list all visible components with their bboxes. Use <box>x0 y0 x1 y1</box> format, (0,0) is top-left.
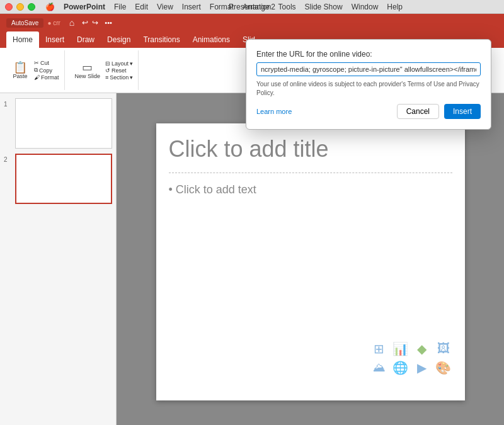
slide-preview-2[interactable] <box>15 154 112 204</box>
slide-area: Click to add title • Click to add text ⊞… <box>117 93 504 425</box>
chart-icon[interactable]: 📊 <box>392 341 410 356</box>
menu-help[interactable]: Help <box>387 3 403 11</box>
window-title: Presentation2 <box>229 3 275 11</box>
titlebar: 🍎 PowerPoint File Edit View Insert Forma… <box>0 0 504 14</box>
paste-icon: 📋 <box>13 62 27 73</box>
menu-slideshow[interactable]: Slide Show <box>305 3 343 11</box>
online-video-icon[interactable]: 🌐 <box>392 360 410 375</box>
menu-apple[interactable]: 🍎 <box>45 3 55 11</box>
clip-art-icon[interactable]: 🎨 <box>435 360 452 375</box>
picture-icon[interactable]: 🖼 <box>435 341 452 356</box>
slide-title-area[interactable]: Click to add title <box>169 136 452 173</box>
reset-button[interactable]: ↺ Reset <box>105 67 133 74</box>
slide-icons-area: ⊞ 📊 ◆ 🖼 ⛰ 🌐 ▶ 🎨 <box>370 341 452 375</box>
tab-design[interactable]: Design <box>101 31 137 48</box>
menu-tools[interactable]: Tools <box>278 3 296 11</box>
cut-button[interactable]: ✂ Cut <box>34 60 59 66</box>
tab-transitions[interactable]: Transitions <box>137 31 186 48</box>
reset-icon: ↺ <box>105 67 110 74</box>
dialog-label: Enter the URL for the online video: <box>256 50 481 59</box>
close-button[interactable] <box>5 3 13 11</box>
layout-icon: ⊟ <box>105 60 110 67</box>
cancel-button[interactable]: Cancel <box>397 104 439 119</box>
online-picture-icon[interactable]: ⛰ <box>370 360 388 375</box>
smartart-icon[interactable]: ◆ <box>413 341 431 356</box>
tab-home[interactable]: Home <box>6 31 39 48</box>
menu-view[interactable]: View <box>157 3 173 11</box>
paste-button[interactable]: 📋 Paste <box>9 60 32 81</box>
window-controls[interactable] <box>5 3 35 11</box>
menu-powerpoint[interactable]: PowerPoint <box>64 3 105 11</box>
new-slide-icon: ▭ <box>82 62 93 73</box>
layout-button[interactable]: ⊟ Layout ▾ <box>105 60 133 67</box>
section-icon: ≡ <box>105 74 108 81</box>
dialog-buttons: Cancel Insert <box>397 104 481 119</box>
undo-icon[interactable]: ↩ <box>82 18 88 27</box>
slides-small: ⊟ Layout ▾ ↺ Reset ≡ Section ▾ <box>105 60 133 81</box>
slide-body-area[interactable]: • Click to add text <box>169 183 452 196</box>
slide-panel: 1 2 <box>0 93 117 425</box>
learn-more-link[interactable]: Learn more <box>256 108 292 115</box>
main-layout: 1 2 Click to add title • Click to add te… <box>0 93 504 425</box>
autosave-bar: AutoSave ● crr ⌂ ↩ ↪ ••• <box>0 14 504 31</box>
menu-window[interactable]: Window <box>352 3 379 11</box>
more-options-icon[interactable]: ••• <box>105 19 112 26</box>
dialog-footer: Learn more Cancel Insert <box>256 104 481 119</box>
home-icon[interactable]: ⌂ <box>69 18 74 28</box>
menu-edit[interactable]: Edit <box>135 3 148 11</box>
slides-group: ▭ New Slide ⊟ Layout ▾ ↺ Reset ≡ Section… <box>67 50 139 90</box>
table-icon[interactable]: ⊞ <box>370 341 388 356</box>
slide-number-2: 2 <box>4 156 11 163</box>
slide-title-placeholder: Click to add title <box>169 136 329 162</box>
clipboard-small: ✂ Cut ⧉ Copy 🖌 Format <box>34 60 59 81</box>
slide-thumb-1: 1 <box>4 98 112 149</box>
insert-video-dialog: Enter the URL for the online video: Your… <box>246 39 491 130</box>
insert-button[interactable]: Insert <box>444 104 481 119</box>
menu-file[interactable]: File <box>114 3 126 11</box>
slide-body-placeholder: • Click to add text <box>169 183 256 196</box>
menu-insert[interactable]: Insert <box>182 3 201 11</box>
minimize-button[interactable] <box>16 3 24 11</box>
new-slide-label: New Slide <box>75 73 101 79</box>
copy-button[interactable]: ⧉ Copy <box>34 67 59 74</box>
format-button[interactable]: 🖌 Format <box>34 74 59 81</box>
format-painter-icon: 🖌 <box>34 74 40 81</box>
slide-canvas[interactable]: Click to add title • Click to add text ⊞… <box>156 123 465 400</box>
redo-icon[interactable]: ↪ <box>92 18 98 27</box>
dialog-notice: Your use of online videos is subject to … <box>256 80 481 98</box>
section-button[interactable]: ≡ Section ▾ <box>105 74 133 81</box>
autosave-button[interactable]: AutoSave <box>6 18 43 28</box>
video-url-input[interactable] <box>256 62 481 76</box>
new-slide-button[interactable]: ▭ New Slide <box>72 60 103 81</box>
menu-bar: 🍎 PowerPoint File Edit View Insert Forma… <box>45 3 403 11</box>
slide-preview-1[interactable] <box>15 98 112 149</box>
tab-animations[interactable]: Animations <box>186 31 236 48</box>
clipboard-group: 📋 Paste ✂ Cut ⧉ Copy 🖌 Format <box>4 50 65 90</box>
slide-number-1: 1 <box>4 101 11 108</box>
copy-icon: ⧉ <box>34 67 38 74</box>
paste-label: Paste <box>13 73 27 79</box>
maximize-button[interactable] <box>28 3 35 11</box>
autosave-status: ● crr <box>47 20 60 26</box>
tab-insert[interactable]: Insert <box>39 31 71 48</box>
tab-draw[interactable]: Draw <box>71 31 101 48</box>
video-icon[interactable]: ▶ <box>413 360 431 375</box>
cut-icon: ✂ <box>34 60 39 66</box>
slide-thumb-2: 2 <box>4 154 112 204</box>
